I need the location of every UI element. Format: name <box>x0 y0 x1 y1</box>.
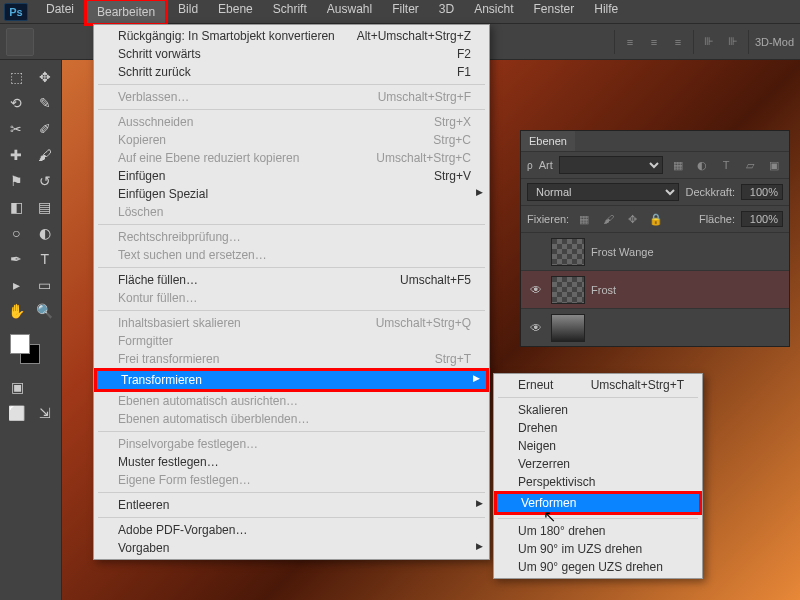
screenmode-icon[interactable]: ⬜ <box>3 401 30 425</box>
blend-mode-select[interactable]: Normal <box>527 183 679 201</box>
align-icon[interactable]: ≡ <box>621 33 639 51</box>
filter-smart-icon[interactable]: ▣ <box>765 156 783 174</box>
menu-item-entleeren[interactable]: Entleeren▶ <box>94 496 489 514</box>
menu-ansicht[interactable]: Ansicht <box>464 0 523 26</box>
type-tool-icon[interactable]: T <box>32 247 59 271</box>
menu-item-label: Pinselvorgabe festlegen… <box>118 437 258 451</box>
menu-fenster[interactable]: Fenster <box>524 0 585 26</box>
gradient-tool-icon[interactable]: ▤ <box>32 195 59 219</box>
pen-tool-icon[interactable]: ✒ <box>3 247 30 271</box>
blur-tool-icon[interactable]: ○ <box>3 221 30 245</box>
menu-item-label: Inhaltsbasiert skalieren <box>118 316 241 330</box>
path-select-tool-icon[interactable]: ▸ <box>3 273 30 297</box>
layer-row[interactable]: 👁 <box>521 308 789 346</box>
menu-item-vorgaben[interactable]: Vorgaben▶ <box>94 539 489 557</box>
menu-auswahl[interactable]: Auswahl <box>317 0 382 26</box>
menu-item-l-schen: Löschen <box>94 203 489 221</box>
lock-paint-icon[interactable]: 🖌 <box>599 210 617 228</box>
submenu-item-drehen[interactable]: Drehen <box>494 419 702 437</box>
layer-name-label[interactable]: Frost Wange <box>591 246 654 258</box>
lock-position-icon[interactable]: ✥ <box>623 210 641 228</box>
shape-tool-icon[interactable]: ▭ <box>32 273 59 297</box>
fill-value[interactable]: 100% <box>741 211 783 227</box>
submenu-item-verzerren[interactable]: Verzerren <box>494 455 702 473</box>
layer-name-label[interactable]: Frost <box>591 284 616 296</box>
menu-item-shortcut: Alt+Umschalt+Strg+Z <box>357 29 471 43</box>
zoom-tool-icon[interactable]: 🔍 <box>32 299 59 323</box>
layer-row[interactable]: Frost Wange <box>521 232 789 270</box>
menu-item-muster-festlegen[interactable]: Muster festlegen… <box>94 453 489 471</box>
menu-item-label: Erneut <box>518 378 553 392</box>
layer-thumbnail[interactable] <box>551 314 585 342</box>
submenu-item-verformen[interactable]: Verformen <box>494 491 702 515</box>
foreground-color-swatch[interactable] <box>10 334 30 354</box>
menu-item-einf-gen-spezial[interactable]: Einfügen Spezial▶ <box>94 185 489 203</box>
lasso-tool-icon[interactable]: ⟲ <box>3 91 30 115</box>
history-brush-tool-icon[interactable]: ↺ <box>32 169 59 193</box>
menu-item-kopieren: KopierenStrg+C <box>94 131 489 149</box>
transform-submenu: ErneutUmschalt+Strg+TSkalierenDrehenNeig… <box>493 373 703 579</box>
quickmask-icon[interactable]: ▣ <box>3 375 31 399</box>
align-icon[interactable]: ≡ <box>645 33 663 51</box>
menu-item-label: Entleeren <box>118 498 169 512</box>
dodge-tool-icon[interactable]: ◐ <box>32 221 59 245</box>
layer-thumbnail[interactable] <box>551 238 585 266</box>
quick-select-tool-icon[interactable]: ✎ <box>32 91 59 115</box>
submenu-item-um-180-drehen[interactable]: Um 180° drehen <box>494 522 702 540</box>
filter-shape-icon[interactable]: ▱ <box>741 156 759 174</box>
layer-row[interactable]: 👁Frost <box>521 270 789 308</box>
filter-kind-select[interactable] <box>559 156 663 174</box>
distribute-icon[interactable]: ⊪ <box>700 33 718 51</box>
brush-tool-icon[interactable]: 🖌 <box>32 143 59 167</box>
submenu-item-skalieren[interactable]: Skalieren <box>494 401 702 419</box>
visibility-eye-icon[interactable]: 👁 <box>527 283 545 297</box>
distribute-icon[interactable]: ⊪ <box>724 33 742 51</box>
layer-thumbnail[interactable] <box>551 276 585 304</box>
menu-ebene[interactable]: Ebene <box>208 0 263 26</box>
align-icon[interactable]: ≡ <box>669 33 687 51</box>
healing-brush-tool-icon[interactable]: ✚ <box>3 143 30 167</box>
menu-bild[interactable]: Bild <box>168 0 208 26</box>
menu-hilfe[interactable]: Hilfe <box>584 0 628 26</box>
menu-separator <box>98 310 485 311</box>
menu-datei[interactable]: Datei <box>36 0 84 26</box>
menu-schrift[interactable]: Schrift <box>263 0 317 26</box>
visibility-eye-icon[interactable]: 👁 <box>527 321 545 335</box>
submenu-item-neigen[interactable]: Neigen <box>494 437 702 455</box>
clone-stamp-tool-icon[interactable]: ⚑ <box>3 169 30 193</box>
move-tool-preset-icon[interactable] <box>6 28 34 56</box>
layers-tab[interactable]: Ebenen <box>521 131 575 151</box>
marquee-tool-icon[interactable]: ⬚ <box>3 65 30 89</box>
menubar: Ps DateiBearbeitenBildEbeneSchriftAuswah… <box>0 0 800 24</box>
crop-tool-icon[interactable]: ✂ <box>3 117 30 141</box>
expand-icon[interactable]: ⇲ <box>32 401 59 425</box>
menu-item-einf-gen[interactable]: EinfügenStrg+V <box>94 167 489 185</box>
menu-item-schritt-vorw-rts[interactable]: Schritt vorwärtsF2 <box>94 45 489 63</box>
hand-tool-icon[interactable]: ✋ <box>3 299 30 323</box>
submenu-item-erneut[interactable]: ErneutUmschalt+Strg+T <box>494 376 702 394</box>
submenu-item-perspektivisch[interactable]: Perspektivisch <box>494 473 702 491</box>
menu-item-transformieren[interactable]: Transformieren▶ <box>94 368 489 392</box>
color-swatches[interactable] <box>2 332 59 368</box>
menu-item-adobe-pdf-vorgaben[interactable]: Adobe PDF-Vorgaben… <box>94 521 489 539</box>
lock-all-icon[interactable]: 🔒 <box>647 210 665 228</box>
submenu-item-um-90-gegen-uzs-drehen[interactable]: Um 90° gegen UZS drehen <box>494 558 702 576</box>
eyedropper-tool-icon[interactable]: ✐ <box>32 117 59 141</box>
menu-3d[interactable]: 3D <box>429 0 464 26</box>
filter-type-icon[interactable]: T <box>717 156 735 174</box>
menu-filter[interactable]: Filter <box>382 0 429 26</box>
lock-transparent-icon[interactable]: ▦ <box>575 210 593 228</box>
menu-bearbeiten[interactable]: Bearbeiten <box>84 0 168 26</box>
menu-item-shortcut: Strg+V <box>434 169 471 183</box>
submenu-item-um-90-im-uzs-drehen[interactable]: Um 90° im UZS drehen <box>494 540 702 558</box>
menu-item-r-ckg-ngig-in-smartobjekt-konvertieren[interactable]: Rückgängig: In Smartobjekt konvertierenA… <box>94 27 489 45</box>
menu-item-schritt-zur-ck[interactable]: Schritt zurückF1 <box>94 63 489 81</box>
fill-label: Fläche: <box>699 213 735 225</box>
menu-item-label: Auf eine Ebene reduziert kopieren <box>118 151 299 165</box>
filter-adjust-icon[interactable]: ◐ <box>693 156 711 174</box>
eraser-tool-icon[interactable]: ◧ <box>3 195 30 219</box>
filter-pixel-icon[interactable]: ▦ <box>669 156 687 174</box>
move-tool-icon[interactable]: ✥ <box>32 65 59 89</box>
menu-item-fl-che-f-llen[interactable]: Fläche füllen…Umschalt+F5 <box>94 271 489 289</box>
opacity-value[interactable]: 100% <box>741 184 783 200</box>
